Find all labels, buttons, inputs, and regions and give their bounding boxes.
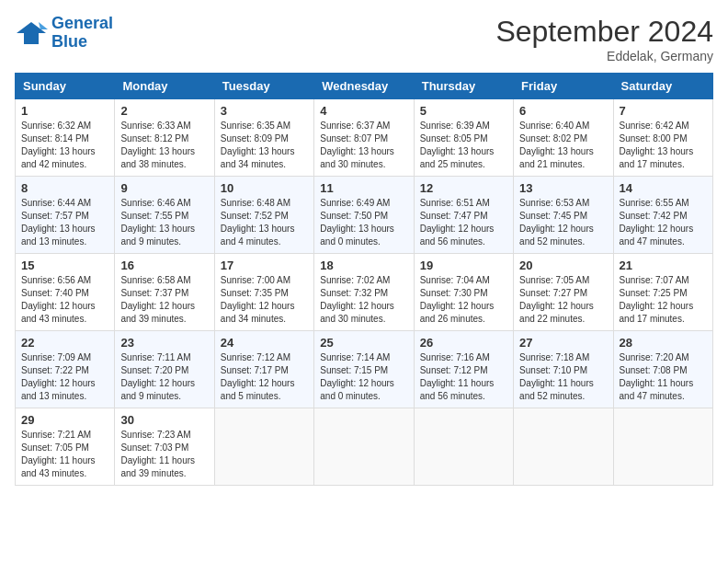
- logo-icon: [15, 17, 48, 50]
- calendar-cell: 7Sunrise: 6:42 AM Sunset: 8:00 PM Daylig…: [613, 99, 712, 177]
- location-subtitle: Eddelak, Germany: [495, 49, 713, 63]
- col-header-tuesday: Tuesday: [214, 74, 313, 99]
- day-number: 13: [519, 181, 607, 195]
- calendar-cell: 27Sunrise: 7:18 AM Sunset: 7:10 PM Dayli…: [514, 331, 613, 408]
- day-number: 18: [320, 259, 407, 272]
- day-number: 7: [620, 104, 707, 118]
- calendar-cell: 1Sunrise: 6:32 AM Sunset: 8:14 PM Daylig…: [16, 99, 115, 177]
- day-info: Sunrise: 7:11 AM Sunset: 7:20 PM Dayligh…: [120, 351, 208, 403]
- logo: General Blue: [15, 15, 113, 52]
- calendar-week-2: 8Sunrise: 6:44 AM Sunset: 7:57 PM Daylig…: [16, 177, 713, 254]
- day-info: Sunrise: 6:32 AM Sunset: 8:14 PM Dayligh…: [21, 120, 108, 171]
- calendar-cell: 30Sunrise: 7:23 AM Sunset: 7:03 PM Dayli…: [115, 408, 214, 486]
- day-number: 10: [221, 181, 308, 195]
- day-info: Sunrise: 6:51 AM Sunset: 7:47 PM Dayligh…: [420, 197, 507, 248]
- calendar-cell: 21Sunrise: 7:07 AM Sunset: 7:25 PM Dayli…: [613, 254, 712, 331]
- calendar-cell: 15Sunrise: 6:56 AM Sunset: 7:40 PM Dayli…: [16, 254, 115, 331]
- day-info: Sunrise: 6:56 AM Sunset: 7:40 PM Dayligh…: [21, 274, 108, 326]
- calendar-cell: [613, 408, 712, 486]
- calendar-cell: 16Sunrise: 6:58 AM Sunset: 7:37 PM Dayli…: [115, 254, 214, 331]
- calendar-cell: 19Sunrise: 7:04 AM Sunset: 7:30 PM Dayli…: [414, 254, 513, 331]
- calendar-cell: 22Sunrise: 7:09 AM Sunset: 7:22 PM Dayli…: [16, 331, 115, 408]
- col-header-friday: Friday: [514, 74, 613, 99]
- day-number: 26: [420, 336, 507, 350]
- day-info: Sunrise: 6:33 AM Sunset: 8:12 PM Dayligh…: [120, 120, 208, 171]
- calendar-cell: [314, 408, 414, 486]
- day-number: 6: [519, 104, 607, 118]
- col-header-saturday: Saturday: [613, 74, 712, 99]
- calendar-cell: 2Sunrise: 6:33 AM Sunset: 8:12 PM Daylig…: [115, 99, 214, 177]
- day-info: Sunrise: 6:44 AM Sunset: 7:57 PM Dayligh…: [21, 197, 108, 248]
- calendar-cell: 25Sunrise: 7:14 AM Sunset: 7:15 PM Dayli…: [314, 331, 414, 408]
- day-info: Sunrise: 6:48 AM Sunset: 7:52 PM Dayligh…: [221, 197, 308, 248]
- day-number: 14: [620, 181, 707, 195]
- day-number: 4: [320, 104, 407, 118]
- calendar-cell: 17Sunrise: 7:00 AM Sunset: 7:35 PM Dayli…: [214, 254, 313, 331]
- svg-marker-1: [39, 22, 48, 29]
- day-info: Sunrise: 7:23 AM Sunset: 7:03 PM Dayligh…: [120, 429, 208, 480]
- day-info: Sunrise: 6:49 AM Sunset: 7:50 PM Dayligh…: [320, 197, 407, 248]
- calendar-cell: [514, 408, 613, 486]
- title-block: September 2024 Eddelak, Germany: [495, 15, 713, 63]
- day-number: 15: [21, 259, 108, 272]
- calendar-week-5: 29Sunrise: 7:21 AM Sunset: 7:05 PM Dayli…: [16, 408, 713, 486]
- day-number: 19: [420, 259, 507, 272]
- day-info: Sunrise: 7:14 AM Sunset: 7:15 PM Dayligh…: [320, 351, 407, 403]
- day-number: 11: [320, 181, 407, 195]
- day-number: 27: [519, 336, 607, 350]
- calendar-cell: 10Sunrise: 6:48 AM Sunset: 7:52 PM Dayli…: [214, 177, 313, 254]
- day-number: 22: [21, 336, 108, 350]
- calendar-cell: 3Sunrise: 6:35 AM Sunset: 8:09 PM Daylig…: [214, 99, 313, 177]
- day-info: Sunrise: 7:09 AM Sunset: 7:22 PM Dayligh…: [21, 351, 108, 403]
- calendar-week-4: 22Sunrise: 7:09 AM Sunset: 7:22 PM Dayli…: [16, 331, 713, 408]
- calendar-cell: 26Sunrise: 7:16 AM Sunset: 7:12 PM Dayli…: [414, 331, 513, 408]
- logo-text: General Blue: [51, 15, 113, 52]
- day-number: 5: [420, 104, 507, 118]
- day-info: Sunrise: 6:37 AM Sunset: 8:07 PM Dayligh…: [320, 120, 407, 171]
- day-info: Sunrise: 7:12 AM Sunset: 7:17 PM Dayligh…: [221, 351, 308, 403]
- calendar-header-row: SundayMondayTuesdayWednesdayThursdayFrid…: [16, 74, 713, 99]
- day-info: Sunrise: 6:42 AM Sunset: 8:00 PM Dayligh…: [620, 120, 707, 171]
- day-number: 9: [120, 181, 208, 195]
- col-header-thursday: Thursday: [414, 74, 513, 99]
- day-info: Sunrise: 7:21 AM Sunset: 7:05 PM Dayligh…: [21, 429, 108, 480]
- day-number: 3: [221, 104, 308, 118]
- calendar-cell: 6Sunrise: 6:40 AM Sunset: 8:02 PM Daylig…: [514, 99, 613, 177]
- day-info: Sunrise: 7:02 AM Sunset: 7:32 PM Dayligh…: [320, 274, 407, 326]
- page-header: General Blue September 2024 Eddelak, Ger…: [15, 15, 713, 63]
- calendar-cell: 9Sunrise: 6:46 AM Sunset: 7:55 PM Daylig…: [115, 177, 214, 254]
- month-year-title: September 2024: [495, 15, 713, 49]
- day-info: Sunrise: 6:40 AM Sunset: 8:02 PM Dayligh…: [519, 120, 607, 171]
- calendar-cell: 5Sunrise: 6:39 AM Sunset: 8:05 PM Daylig…: [414, 99, 513, 177]
- day-number: 20: [519, 259, 607, 272]
- day-number: 16: [120, 259, 208, 272]
- day-info: Sunrise: 6:53 AM Sunset: 7:45 PM Dayligh…: [519, 197, 607, 248]
- calendar-cell: 11Sunrise: 6:49 AM Sunset: 7:50 PM Dayli…: [314, 177, 414, 254]
- calendar-cell: 29Sunrise: 7:21 AM Sunset: 7:05 PM Dayli…: [16, 408, 115, 486]
- day-number: 12: [420, 181, 507, 195]
- calendar-cell: 13Sunrise: 6:53 AM Sunset: 7:45 PM Dayli…: [514, 177, 613, 254]
- day-info: Sunrise: 6:55 AM Sunset: 7:42 PM Dayligh…: [620, 197, 707, 248]
- calendar-cell: 24Sunrise: 7:12 AM Sunset: 7:17 PM Dayli…: [214, 331, 313, 408]
- day-number: 29: [21, 413, 108, 427]
- day-number: 2: [120, 104, 208, 118]
- day-info: Sunrise: 6:39 AM Sunset: 8:05 PM Dayligh…: [420, 120, 507, 171]
- day-info: Sunrise: 7:05 AM Sunset: 7:27 PM Dayligh…: [519, 274, 607, 326]
- day-number: 24: [221, 336, 308, 350]
- day-number: 30: [120, 413, 208, 427]
- day-number: 28: [620, 336, 707, 350]
- calendar-table: SundayMondayTuesdayWednesdayThursdayFrid…: [15, 73, 713, 486]
- calendar-cell: 14Sunrise: 6:55 AM Sunset: 7:42 PM Dayli…: [613, 177, 712, 254]
- calendar-week-1: 1Sunrise: 6:32 AM Sunset: 8:14 PM Daylig…: [16, 99, 713, 177]
- calendar-cell: 12Sunrise: 6:51 AM Sunset: 7:47 PM Dayli…: [414, 177, 513, 254]
- day-number: 8: [21, 181, 108, 195]
- calendar-week-3: 15Sunrise: 6:56 AM Sunset: 7:40 PM Dayli…: [16, 254, 713, 331]
- day-info: Sunrise: 7:00 AM Sunset: 7:35 PM Dayligh…: [221, 274, 308, 326]
- calendar-cell: 8Sunrise: 6:44 AM Sunset: 7:57 PM Daylig…: [16, 177, 115, 254]
- calendar-cell: 4Sunrise: 6:37 AM Sunset: 8:07 PM Daylig…: [314, 99, 414, 177]
- day-info: Sunrise: 7:20 AM Sunset: 7:08 PM Dayligh…: [620, 351, 707, 403]
- calendar-cell: 23Sunrise: 7:11 AM Sunset: 7:20 PM Dayli…: [115, 331, 214, 408]
- calendar-cell: 18Sunrise: 7:02 AM Sunset: 7:32 PM Dayli…: [314, 254, 414, 331]
- day-info: Sunrise: 6:58 AM Sunset: 7:37 PM Dayligh…: [120, 274, 208, 326]
- day-info: Sunrise: 7:07 AM Sunset: 7:25 PM Dayligh…: [620, 274, 707, 326]
